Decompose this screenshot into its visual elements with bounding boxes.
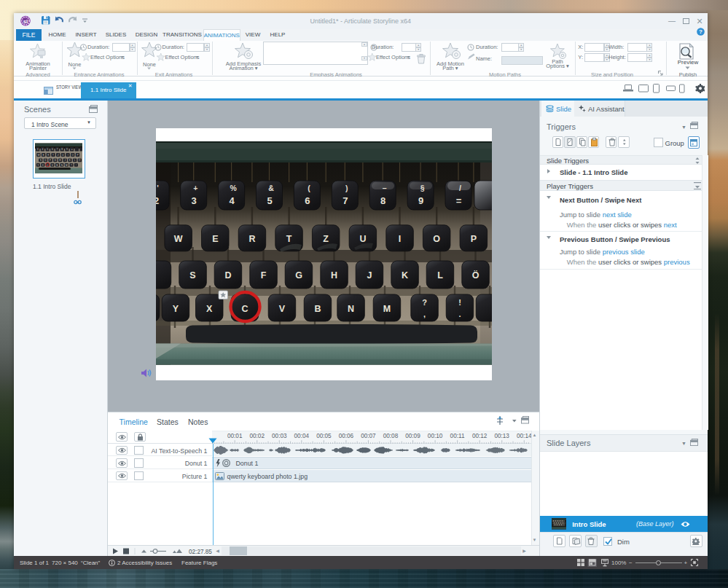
svg-text:00:03: 00:03 xyxy=(272,432,287,439)
svg-text:!: ! xyxy=(458,298,461,307)
svg-text:L: L xyxy=(74,159,76,162)
svg-text:V: V xyxy=(279,304,286,314)
svg-text:5: 5 xyxy=(47,148,48,151)
svg-text:8: 8 xyxy=(380,195,385,206)
svg-text:P: P xyxy=(77,154,78,157)
svg-text:Z: Z xyxy=(58,154,59,157)
svg-text:?: ? xyxy=(422,298,427,307)
svg-text:3: 3 xyxy=(191,195,196,206)
svg-text:00:12: 00:12 xyxy=(472,432,488,439)
svg-text:G: G xyxy=(295,271,302,281)
svg-text:L: L xyxy=(437,271,443,281)
svg-text:D: D xyxy=(224,271,231,281)
svg-text:4: 4 xyxy=(229,195,235,206)
svg-text:X: X xyxy=(206,304,213,314)
svg-text:Y: Y xyxy=(173,304,179,314)
svg-text:00:11: 00:11 xyxy=(450,432,465,439)
svg-text:P: P xyxy=(470,235,476,245)
svg-text:%: % xyxy=(230,185,237,193)
svg-text:I: I xyxy=(68,154,69,157)
svg-text:T: T xyxy=(52,154,54,157)
svg-text:C: C xyxy=(241,304,248,314)
svg-text:9: 9 xyxy=(66,148,68,151)
svg-text:7: 7 xyxy=(57,148,58,151)
svg-text:M: M xyxy=(383,304,390,314)
svg-text:): ) xyxy=(345,185,348,193)
svg-text:2: 2 xyxy=(156,195,159,206)
svg-text:00:07: 00:07 xyxy=(361,432,376,439)
svg-text:4: 4 xyxy=(42,148,44,151)
svg-text:N: N xyxy=(348,304,354,314)
svg-text:E: E xyxy=(43,154,44,157)
svg-text:H: H xyxy=(331,271,337,281)
svg-text:?: ? xyxy=(699,28,702,35)
svg-text:(: ( xyxy=(308,185,310,193)
svg-text:00:02: 00:02 xyxy=(249,432,265,439)
svg-text:O: O xyxy=(433,235,440,245)
svg-text:.: . xyxy=(458,310,461,318)
svg-text:00:13: 00:13 xyxy=(494,432,509,439)
svg-text:': ' xyxy=(157,185,159,193)
svg-text:sl: sl xyxy=(23,18,28,25)
svg-text:J: J xyxy=(367,271,372,281)
svg-text:I: I xyxy=(398,235,400,245)
svg-text:F: F xyxy=(260,271,266,281)
svg-text:,: , xyxy=(423,310,426,318)
svg-text:F: F xyxy=(50,159,51,162)
svg-text:00:06: 00:06 xyxy=(339,432,354,439)
svg-text:R: R xyxy=(248,235,255,245)
svg-text:5: 5 xyxy=(267,195,272,206)
svg-text:=: = xyxy=(455,195,461,206)
svg-text:S: S xyxy=(40,159,42,162)
svg-text:E: E xyxy=(212,235,218,245)
svg-text:W: W xyxy=(173,235,182,245)
svg-text:00:14: 00:14 xyxy=(517,432,531,439)
svg-text:&: & xyxy=(268,185,274,193)
svg-text:!: ! xyxy=(76,164,77,167)
svg-text:S: S xyxy=(189,271,195,281)
svg-text:6: 6 xyxy=(52,148,53,151)
svg-text:00:05: 00:05 xyxy=(316,432,332,439)
svg-text:T: T xyxy=(286,235,291,245)
svg-text:7: 7 xyxy=(343,195,348,206)
svg-text:M: M xyxy=(66,164,68,167)
svg-text:Z: Z xyxy=(323,235,329,245)
svg-text:00:08: 00:08 xyxy=(383,432,399,439)
svg-text:02:27.85: 02:27.85 xyxy=(189,548,212,554)
svg-text:00:04: 00:04 xyxy=(294,432,310,439)
svg-text:Ö: Ö xyxy=(471,270,479,281)
svg-text:B: B xyxy=(314,304,321,314)
svg-text:?: ? xyxy=(71,164,72,167)
svg-text:=: = xyxy=(71,148,73,151)
svg-text:9: 9 xyxy=(418,195,423,206)
svg-text:3: 3 xyxy=(37,148,39,151)
svg-text:8: 8 xyxy=(61,148,63,151)
svg-text:B: B xyxy=(56,164,58,167)
svg-text:K: K xyxy=(402,271,408,281)
svg-text:U: U xyxy=(359,235,366,245)
svg-text:00:10: 00:10 xyxy=(428,432,443,439)
svg-text:00:01: 00:01 xyxy=(227,432,243,439)
svg-text:W: W xyxy=(37,154,39,157)
svg-text:+: + xyxy=(193,185,197,193)
svg-text:00:09: 00:09 xyxy=(405,432,420,439)
svg-text:6: 6 xyxy=(305,195,310,206)
